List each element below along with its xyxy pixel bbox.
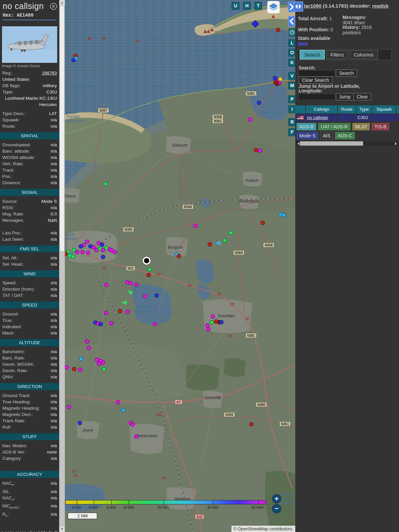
aircraft-dot[interactable] [104,311,108,315]
aircraft-dot[interactable] [71,255,75,259]
map-button-k[interactable]: K [288,59,295,66]
tab-columns[interactable]: Columns [349,50,378,59]
aircraft-dot[interactable] [72,367,76,371]
readsb-link[interactable]: readsb [372,3,388,9]
column-header-flag[interactable] [295,105,305,113]
column-header-Alt. (ft)[interactable]: Alt. (ft) [396,105,399,113]
filter-badge-uat-ads-r[interactable]: UAT / ADS-R [318,123,350,130]
column-header-Callsign[interactable]: Callsign [306,105,337,113]
aircraft-dot[interactable] [80,250,85,254]
aircraft-dot[interactable] [210,321,214,325]
aircraft-dot[interactable] [79,244,83,249]
aircraft-dot[interactable] [257,101,261,105]
column-header-Squawk[interactable]: Squawk [372,105,396,113]
clear-search-button[interactable]: Clear Search [299,76,332,84]
column-header-Route[interactable]: Route [338,105,356,113]
aircraft-dot[interactable] [102,367,106,371]
aircraft-dot[interactable] [126,310,130,314]
map-canvas[interactable]: DokkumKollumBuitenpostStiensBurgumDracht… [65,0,295,532]
table-cell[interactable] [372,114,396,121]
aircraft-dot[interactable] [223,238,227,243]
aircraft-table-row[interactable]: no callsignC30J? [295,113,399,121]
aircraft-dot[interactable] [129,281,133,286]
jump-clear-button[interactable]: Clear [353,93,371,100]
aircraft-dot[interactable] [153,322,157,327]
map-button-f[interactable]: F [288,128,295,136]
aircraft-photo[interactable] [2,26,57,63]
map-button-o[interactable]: O [288,49,295,57]
settings-gear-icon[interactable] [289,28,295,37]
aircraft-dot[interactable] [155,294,159,298]
close-icon[interactable] [50,3,57,10]
aircraft-dot[interactable] [85,240,89,244]
column-header-Type[interactable]: Type [356,105,372,113]
aircraft-dot[interactable] [194,224,198,228]
registration-link[interactable]: 166763 [42,70,57,76]
aircraft-dot[interactable] [249,422,254,427]
map-button-i[interactable]: I [288,105,295,113]
table-cell[interactable]: C30J [356,114,372,121]
jump-button[interactable]: Jump [336,93,354,100]
filter-badge-ads-b[interactable]: ADS-B [297,123,316,130]
scroll-down-icon[interactable]: ▼ [59,526,65,532]
aircraft-dot[interactable] [78,368,82,372]
filter-badge-mode-s[interactable]: Mode-S [297,132,318,139]
aircraft-dot[interactable] [206,327,210,332]
aircraft-dot[interactable] [118,309,122,314]
openstreetmap-link[interactable]: OpenStreetMap [238,526,268,531]
aircraft-dot[interactable] [85,339,89,344]
aircraft-dot[interactable] [248,118,252,122]
aircraft-dot[interactable] [87,346,91,350]
tab-filters[interactable]: Filters [326,50,348,59]
map-button-h[interactable]: H [243,2,251,10]
aircraft-dot[interactable] [229,231,233,235]
filter-badge-tis-b[interactable]: TIS-B [372,123,389,130]
aircraft-dot[interactable] [78,421,82,425]
stats-here-link[interactable]: here [298,41,308,46]
tar1090-link[interactable]: tar1090 [304,3,322,9]
table-cell[interactable]: ? [396,114,399,121]
map-button-r[interactable]: R [288,118,295,126]
aircraft-dot[interactable] [104,182,108,186]
panel-width-toggle-button[interactable] [293,1,303,12]
hscrollbar-thumb[interactable] [300,141,363,146]
aircraft-dot[interactable] [148,267,152,272]
tab-search[interactable]: Search [300,50,325,60]
map-button-l[interactable]: L [288,39,295,47]
table-cell[interactable] [338,114,356,121]
search-input[interactable] [299,70,335,76]
panel-horizontal-scrollbar[interactable] [295,141,399,146]
aircraft-dot[interactable] [211,315,215,319]
aircraft-dot[interactable] [67,405,71,409]
table-cell[interactable] [295,114,305,121]
aircraft-dot[interactable] [97,362,101,366]
scroll-left-icon[interactable] [296,142,299,145]
aircraft-dot[interactable] [261,221,265,225]
aircraft-dot[interactable] [100,243,104,247]
table-cell[interactable]: no callsign [306,114,337,121]
aircraft-dot[interactable] [99,322,103,327]
scroll-up-icon[interactable]: ▲ [59,0,65,6]
map-button-v[interactable]: V [288,72,295,80]
jump-input[interactable] [299,94,335,100]
filter-badge-ais[interactable]: AIS [320,132,333,139]
filter-badge-mlat[interactable]: MLAT [352,123,370,130]
aircraft-dot[interactable] [147,273,151,277]
aircraft-dot[interactable] [208,242,212,247]
aircraft-dot[interactable] [86,251,90,255]
aircraft-dot[interactable] [143,294,147,299]
map-button-m[interactable]: M [288,82,295,89]
aircraft-dot[interactable] [104,283,109,287]
aircraft-dot[interactable] [276,28,280,32]
sidebar-scrollbar[interactable]: ▲ ▼ [59,0,65,532]
aircraft-dot[interactable] [275,82,279,86]
zoom-in-button[interactable]: + [272,494,281,503]
aircraft-dot[interactable] [134,283,139,287]
layers-button[interactable] [267,1,280,13]
scroll-right-icon[interactable] [395,142,398,145]
aircraft-dot[interactable] [121,408,126,413]
filter-badge-ads-c[interactable]: ADS-C [335,132,355,139]
aircraft-dot[interactable] [134,435,139,439]
search-button[interactable]: Search [336,69,357,77]
zoom-out-button[interactable]: − [272,504,281,513]
